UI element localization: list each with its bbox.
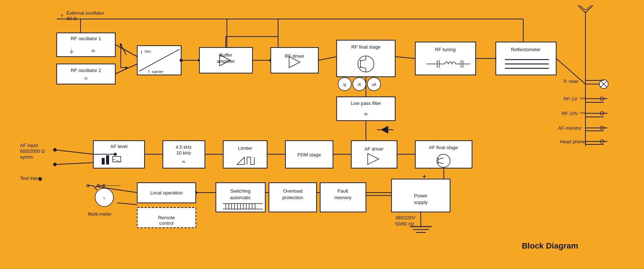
svg-point-175	[114, 153, 117, 156]
p-vswr-label: P, vswr	[564, 79, 579, 84]
limiter-block	[223, 141, 267, 168]
rf-10v-label: RF-10V	[562, 111, 578, 116]
svg-text:iA: iA	[358, 83, 361, 87]
rf-driver-block	[271, 48, 318, 73]
svg-text:∿: ∿	[103, 196, 106, 200]
multi-meter-label: Multi-meter	[88, 211, 112, 217]
af-driver-label: AF driver	[364, 146, 384, 152]
svg-rect-95	[106, 155, 109, 164]
svg-text:≈: ≈	[364, 110, 368, 118]
svg-text:⏚: ⏚	[70, 47, 74, 54]
svg-text:rms: rms	[580, 111, 585, 115]
svg-rect-94	[102, 158, 105, 164]
af-input-label: AF input	[20, 143, 38, 148]
test-input-label: Test input	[20, 175, 41, 181]
svg-text:50/60 Hz: 50/60 Hz	[395, 221, 415, 227]
limiter-label: Limiter	[238, 145, 252, 151]
external-osc-label: External oscillator	[67, 10, 104, 16]
rf-tuning-label: RF tuning	[435, 47, 456, 52]
svg-point-22	[53, 148, 56, 151]
svg-text:supply: supply	[414, 200, 428, 205]
power-supply-label: Power	[414, 193, 428, 198]
svg-text:10 kHz: 10 kHz	[176, 150, 191, 156]
low-pass-label: Low pass filter	[351, 101, 381, 106]
head-phone-label: Head phone	[560, 139, 586, 144]
svg-text:control: control	[159, 220, 173, 226]
filter-label: 4.5 kHz	[176, 144, 192, 150]
svg-text:600/2000 Ω: 600/2000 Ω	[20, 148, 45, 154]
af-driver-block	[351, 141, 397, 168]
svg-text:ig: ig	[343, 83, 346, 87]
svg-text:uA: uA	[372, 83, 377, 87]
svg-text:symm.: symm.	[20, 154, 34, 160]
rf-1v-label: RF-1V	[564, 96, 577, 102]
svg-text:rms: rms	[580, 96, 585, 100]
svg-text:≈: ≈	[85, 75, 88, 82]
af-monitor-label: AF-monitor	[558, 125, 582, 131]
voltage-label: 380/220V	[395, 215, 416, 220]
af-final-label: AF final stage	[429, 145, 458, 150]
switching-label: Switching	[230, 188, 251, 194]
fault-label: Fault	[338, 188, 348, 194]
svg-text:≈: ≈	[91, 47, 95, 54]
svg-text:≈: ≈	[182, 159, 186, 165]
af-level-label: AF level	[111, 144, 128, 149]
svg-text:memory: memory	[334, 195, 352, 200]
remote-label: Remote	[158, 215, 175, 220]
rf-oscillator1-label: RF oscillator 1	[71, 36, 101, 41]
pdm-label: PDM stage	[297, 152, 321, 158]
svg-point-179	[180, 59, 183, 62]
svg-text:⏚: ⏚	[60, 12, 64, 18]
block-diagram-title: Block Diagram	[522, 241, 578, 250]
rf-final-label: RF final stage	[351, 44, 381, 50]
overload-label: Overload	[283, 188, 303, 194]
reflectometer-label: Reflectometer	[511, 47, 541, 52]
rf-oscillator2-label: RF oscillator 2	[71, 68, 101, 73]
svg-text:protection: protection	[282, 195, 303, 200]
svg-text:automatic: automatic	[230, 195, 251, 200]
block-diagram: RF oscillator 1 ⏚ ≈ RF oscillator 2 ≈ f …	[0, 0, 644, 269]
local-op-label: Local operation	[150, 190, 183, 196]
buffer-amp-label: Buffer	[220, 52, 232, 58]
svg-text:+: +	[423, 173, 426, 179]
rf-driver-label: RF driver	[285, 53, 304, 59]
svg-text:carrier: carrier	[152, 69, 164, 74]
svg-text:osc.: osc.	[145, 49, 152, 53]
svg-text:50 Ω: 50 Ω	[67, 16, 77, 21]
